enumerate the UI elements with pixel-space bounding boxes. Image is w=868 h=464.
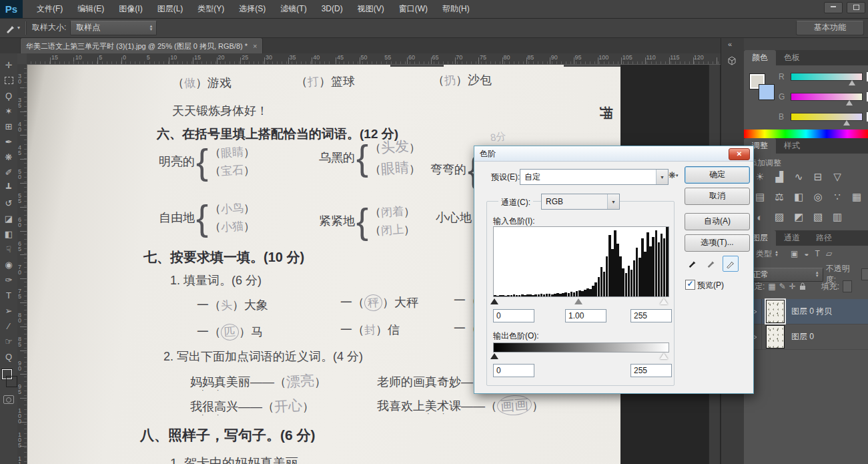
black-point-eyedropper[interactable] (685, 256, 700, 270)
path-select-tool-icon[interactable]: ➢ (1, 303, 16, 318)
photo-filter-icon[interactable]: ◎ (811, 191, 825, 203)
posterize-icon[interactable]: ▨ (773, 211, 786, 223)
tab-channels[interactable]: 通道 (776, 230, 808, 246)
color-lookup-icon[interactable]: ▦ (850, 191, 863, 203)
crop-tool-icon[interactable]: ⊞ (1, 119, 16, 134)
filter-adjustment-icon[interactable]: ◒ (804, 249, 809, 258)
magic-wand-tool-icon[interactable]: ✶ (1, 103, 16, 119)
workspace-button[interactable]: 基本功能 (796, 21, 864, 35)
background-color-swatch[interactable] (759, 84, 775, 100)
menu-window[interactable]: 窗口(W) (392, 0, 435, 18)
exposure-icon[interactable]: ⊟ (811, 171, 825, 183)
preset-options-gear[interactable]: ❋▾ (669, 170, 678, 180)
layer-row[interactable]: 图层 0 (744, 324, 868, 350)
output-black-slider[interactable] (490, 353, 498, 359)
filter-shape-icon[interactable]: ▱ (826, 249, 832, 258)
background-color-swatch[interactable] (6, 376, 17, 387)
output-white-slider[interactable] (660, 353, 668, 359)
vibrance-icon[interactable]: ▽ (831, 171, 844, 183)
lock-all-icon[interactable] (799, 282, 806, 290)
dodge-tool-icon[interactable]: ◉ (1, 257, 16, 272)
tab-color[interactable]: 颜色 (744, 50, 776, 65)
layer-row-copy[interactable]: 图层 0 拷贝 (744, 299, 868, 324)
pen-tool-icon[interactable]: ✑ (1, 272, 16, 288)
menu-filter[interactable]: 滤镜(T) (273, 0, 314, 18)
zoom-tool-icon[interactable]: Q (1, 349, 16, 365)
red-slider[interactable] (791, 73, 863, 81)
cancel-button[interactable]: 取消 (685, 188, 750, 205)
brush-tool-icon[interactable]: ✐ (1, 165, 16, 180)
green-slider[interactable] (791, 93, 863, 101)
eyedropper-tool-icon[interactable]: ✒ (1, 134, 16, 150)
dialog-title-bar[interactable]: 色阶 ✕ (474, 146, 753, 162)
input-white-value[interactable]: 255 (630, 309, 672, 322)
healing-brush-tool-icon[interactable]: ❋ (1, 150, 16, 165)
color-spectrum-bar[interactable] (744, 130, 868, 138)
fill-value-box[interactable] (843, 280, 852, 292)
lock-move-icon[interactable]: ✛ (789, 282, 796, 291)
sample-size-select[interactable]: 取样点 ▲▼ (70, 21, 157, 35)
gradient-map-icon[interactable]: ▧ (811, 211, 825, 223)
input-gamma-value[interactable]: 1.00 (565, 309, 606, 322)
menu-view[interactable]: 视图(V) (350, 0, 392, 18)
green-slider-thumb[interactable] (846, 100, 853, 105)
quick-mask-button[interactable] (3, 395, 14, 404)
move-tool-icon[interactable]: ✛ (1, 57, 16, 73)
gray-point-eyedropper[interactable] (704, 256, 719, 270)
auto-button[interactable]: 自动(A) (685, 213, 750, 230)
hand-tool-icon[interactable]: ☞ (1, 334, 16, 349)
output-white-value[interactable]: 255 (630, 364, 672, 377)
lock-transparency-icon[interactable]: ▦ (768, 282, 775, 291)
filter-type-layers-icon[interactable]: T (815, 249, 820, 258)
blend-mode-select[interactable]: 正常 ▲▼ (747, 268, 823, 282)
menu-image[interactable]: 图像(I) (111, 0, 149, 18)
marquee-tool-icon[interactable] (1, 73, 16, 88)
current-tool[interactable]: ▾ (5, 23, 20, 33)
filter-type-label[interactable]: 类型 (756, 248, 772, 260)
gradient-tool-icon[interactable]: ◧ (1, 226, 16, 242)
menu-file[interactable]: 文件(F) (29, 0, 70, 18)
layer-name[interactable]: 图层 0 (791, 331, 814, 342)
menu-layer[interactable]: 图层(L) (150, 0, 191, 18)
lock-paint-icon[interactable]: ✎ (779, 282, 786, 291)
document-tab[interactable]: 华美二语文上第三单元平时 (3)(1).jpg @ 25% (图层 0 拷贝, … (20, 37, 263, 54)
selective-color-icon[interactable]: ▥ (831, 211, 844, 223)
smudge-tool-icon[interactable]: ☟ (1, 242, 16, 257)
3d-material-panel-icon[interactable] (726, 55, 738, 69)
tab-swatches[interactable]: 色板 (776, 50, 808, 65)
color-balance-icon[interactable]: ⚖ (773, 191, 786, 203)
preview-checkbox[interactable]: ✓ (685, 280, 695, 290)
blue-slider[interactable] (791, 113, 863, 121)
menu-help[interactable]: 帮助(H) (435, 0, 477, 18)
collapse-panels-button[interactable]: « (728, 40, 732, 48)
tab-paths[interactable]: 路径 (808, 230, 840, 246)
restore-button[interactable] (847, 2, 865, 13)
filter-image-icon[interactable]: ▣ (791, 249, 798, 258)
opacity-value-box[interactable] (861, 268, 868, 280)
input-black-slider[interactable] (490, 298, 498, 304)
threshold-icon[interactable]: ◩ (792, 211, 805, 223)
type-tool-icon[interactable]: T (1, 288, 16, 303)
history-brush-tool-icon[interactable]: ↺ (1, 196, 16, 211)
updown-arrows-icon[interactable]: ▲▼ (775, 250, 779, 257)
blue-slider-thumb[interactable] (843, 120, 850, 126)
layer-thumbnail[interactable] (766, 325, 785, 349)
black-white-icon[interactable]: ◧ (792, 191, 805, 203)
menu-type[interactable]: 类型(Y) (190, 0, 232, 18)
minimize-button[interactable] (824, 2, 843, 13)
layer-name[interactable]: 图层 0 拷贝 (791, 306, 832, 317)
dialog-close-button[interactable]: ✕ (729, 148, 750, 160)
layer-thumbnail[interactable] (766, 300, 785, 323)
curves-icon[interactable]: ∿ (792, 171, 805, 183)
hue-saturation-icon[interactable]: ▤ (753, 191, 767, 203)
invert-icon[interactable]: ◐ (753, 211, 767, 223)
channel-mixer-icon[interactable]: ∵ (831, 191, 844, 203)
line-tool-icon[interactable]: ∕ (1, 318, 16, 334)
white-point-eyedropper[interactable] (723, 256, 739, 272)
input-white-slider[interactable] (660, 298, 668, 304)
clone-stamp-tool-icon[interactable]: ┻ (1, 180, 16, 196)
preset-select[interactable]: 自定 ▼ (520, 169, 669, 185)
tab-close-icon[interactable]: × (253, 42, 257, 50)
options-button[interactable]: 选项(T)... (685, 234, 750, 252)
input-black-value[interactable]: 0 (493, 309, 534, 322)
